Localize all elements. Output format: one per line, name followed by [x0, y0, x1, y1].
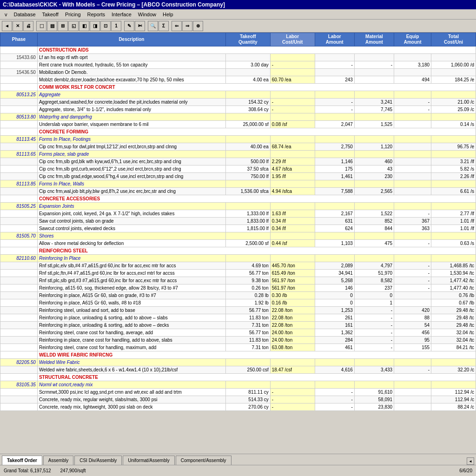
cell-total	[431, 69, 476, 76]
cell-material	[354, 151, 394, 158]
tab-assembly[interactable]: Assembly	[43, 456, 73, 465]
toolbar-btn-13[interactable]: ✄	[135, 21, 145, 31]
cell-total	[431, 113, 476, 121]
header-material: MaterialAmount	[354, 33, 394, 46]
menu-window[interactable]: Window	[135, 11, 159, 18]
cell-phase	[0, 337, 38, 344]
toolbar-btn-6[interactable]: ⊞	[58, 21, 68, 31]
toolbar: ◄ ✕ 🖨 ⬚ ▤ ⊞ ◱ ◧ ◨ ⊡ 1 ✎ ✄ 🔍 Σ ⇐ ⇒ ⊗	[0, 20, 476, 33]
cell-equip	[394, 188, 431, 195]
cell-phase	[0, 307, 38, 314]
cell-takeoff: 500.00 lf	[225, 158, 270, 165]
toolbar-btn-12[interactable]: ✎	[124, 21, 134, 31]
tab-csi-div[interactable]: CSI Div/Assembly	[74, 456, 122, 465]
toolbar-btn-sigma[interactable]: Σ	[159, 21, 169, 31]
cell-equip: -	[394, 240, 431, 247]
table-row: 83105.35 Norml wt concrt,ready mix	[0, 381, 476, 389]
cell-material: 23,830	[354, 403, 394, 411]
cell-total: 96.75 /e	[431, 143, 476, 151]
tab-uniformat[interactable]: Uniformat/Assembly	[123, 456, 174, 465]
cell-material	[354, 203, 394, 210]
table-row: Reinforcing steel, crane cost for handli…	[0, 344, 476, 351]
cell-labor-amt: 1,461	[315, 173, 354, 180]
cell-labor-amt: 0	[315, 299, 354, 307]
toolbar-btn-nav3[interactable]: ⊗	[193, 21, 203, 31]
menu-database[interactable]: Database	[11, 11, 39, 18]
cell-material	[354, 69, 394, 76]
menu-reports[interactable]: Reports	[85, 11, 108, 18]
table-row: Aggregate, stone, 3/4" to 1-1/2", includ…	[0, 106, 476, 113]
cell-phase	[0, 195, 38, 203]
toolbar-btn-1[interactable]: ◄	[2, 21, 12, 31]
cell-labor-unit: 22.08 /ton	[270, 307, 315, 314]
cell-desc: Rnf stl,plc,ftn,#4 #7,a615,grd 60,inc lb…	[37, 270, 225, 277]
toolbar-btn-8[interactable]: ◧	[79, 21, 89, 31]
menu-help[interactable]: Help	[160, 11, 176, 18]
scroll-left-arrow[interactable]: ◄	[467, 457, 474, 465]
toolbar-btn-4[interactable]: ⬚	[36, 21, 46, 31]
cell-desc: Saw cut control joints, slab on grade	[37, 218, 225, 225]
cell-labor-unit: 615.49 /ton	[270, 270, 315, 277]
cell-takeoff: 56.77 ton	[225, 329, 270, 337]
toolbar-btn-search[interactable]: 🔍	[148, 21, 158, 31]
cell-desc: Reinforcing, a615 60, sog, thickened edg…	[37, 284, 225, 292]
cell-phase: 80513.25	[0, 91, 38, 99]
table-row: Rnf stl,plc,elv slb,#4 #7,a615,grd 60,in…	[0, 262, 476, 270]
table-row: Cip cnc frm,sup for dwl,plnt tmpl,12'12'…	[0, 143, 476, 151]
toolbar-btn-3[interactable]: 🖨	[23, 21, 33, 31]
cell-desc: Reinforcing in place, unloading & sortin…	[37, 314, 225, 322]
cell-labor-unit: 4.67 /sfca	[270, 165, 315, 173]
cell-labor-unit: -	[270, 106, 315, 113]
table-row: Concrete, ready mix, lightweight, 3000 p…	[0, 403, 476, 411]
cell-labor-unit: -	[270, 403, 315, 411]
menu-pricing[interactable]: Pricing	[62, 11, 84, 18]
cell-takeoff: 0.26 ton	[225, 284, 270, 292]
table-container[interactable]: Phase Description TakeoffQuantity LaborC…	[0, 33, 476, 454]
cell-phase	[0, 284, 38, 292]
cell-phase	[0, 240, 38, 247]
cell-material: 58,091	[354, 396, 394, 403]
menu-v[interactable]: v	[2, 11, 10, 18]
pricing-table: Phase Description TakeoffQuantity LaborC…	[0, 33, 476, 411]
cell-total: 32.04 /tc	[431, 337, 476, 344]
cell-phase: 81505.70	[0, 232, 38, 240]
cell-desc: Concrete, ready mix, lightweight, 3000 p…	[37, 403, 225, 411]
cell-desc: Forms place, slab grade	[37, 151, 225, 158]
tab-component[interactable]: Component/Assembly	[176, 456, 231, 465]
toolbar-btn-9[interactable]: ◨	[90, 21, 100, 31]
toolbar-btn-nav1[interactable]: ⇐	[172, 21, 182, 31]
cell-labor-unit: 0.30 /lb	[270, 292, 315, 299]
cell-equip	[394, 389, 431, 396]
menu-takeoff[interactable]: Takeoff	[40, 11, 61, 18]
cell-desc: Reinforcing in place, A615 Gr 60, walls,…	[37, 299, 225, 307]
toolbar-btn-10[interactable]: ⊡	[100, 21, 111, 31]
cell-desc: Rent crane truck mounted, hydraulic, 55 …	[37, 61, 225, 69]
table-row: 82110.60 Reinforcing In Place	[0, 255, 476, 262]
toolbar-btn-5[interactable]: ▤	[47, 21, 57, 31]
cell-labor-amt: 261	[315, 314, 354, 322]
cell-labor-unit	[270, 136, 315, 143]
toolbar-btn-11[interactable]: 1	[111, 21, 121, 31]
cell-labor-amt	[315, 381, 354, 389]
cell-takeoff	[225, 136, 270, 143]
toolbar-btn-7[interactable]: ◱	[68, 21, 79, 31]
cell-phase	[0, 329, 38, 337]
tab-takeoff-order[interactable]: Takeoff Order	[2, 456, 42, 465]
menu-interface[interactable]: Interface	[109, 11, 134, 18]
cell-labor-amt: 624	[315, 225, 354, 232]
cell-desc: Reinforcing in place, crane cost for han…	[37, 337, 225, 344]
cell-desc: Cip cnc frm,wal,job blt,ply,blw grd,8'h,…	[37, 188, 225, 195]
cell-total: 2.26 /lf	[431, 173, 476, 180]
table-row: 81113.85 Forms In Place, Walls	[0, 180, 476, 188]
cell-labor-amt	[315, 54, 354, 61]
date-label: 6/6/20	[459, 468, 472, 473]
cell-desc: Cip cnc frm,slb grd,blk wth kyw,wd,6"h,1…	[37, 158, 225, 165]
cell-material: 91,610	[354, 389, 394, 396]
toolbar-btn-nav2[interactable]: ⇒	[182, 21, 192, 31]
cell-desc: Reinforcing in place, unloading & sortin…	[37, 322, 225, 329]
cell-total	[431, 136, 476, 143]
cell-phase	[0, 210, 38, 218]
cell-total: 29.48 /tc	[431, 322, 476, 329]
toolbar-btn-2[interactable]: ✕	[13, 21, 23, 31]
cell-labor-amt: 175	[315, 165, 354, 173]
